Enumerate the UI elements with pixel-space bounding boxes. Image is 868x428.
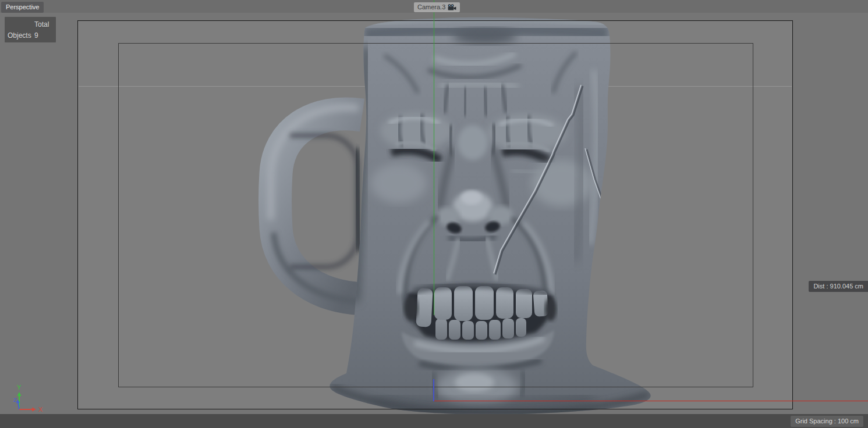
world-y-axis-line — [434, 0, 434, 315]
active-camera-label[interactable]: Camera.3 — [414, 2, 460, 12]
hud-objects-label: Objects — [8, 31, 34, 40]
viewport-bottom-strip — [0, 414, 868, 428]
gizmo-x-label: X — [38, 406, 43, 413]
gizmo-y-label: Y — [17, 384, 22, 391]
camera-distance-badge: Dist : 910.045 cm — [809, 281, 868, 292]
hud-object-stats: Total Objects 9 — [5, 17, 56, 42]
view-mode-label[interactable]: Perspective — [1, 2, 44, 13]
action-safe-frame — [118, 43, 753, 387]
world-x-axis-line — [434, 401, 868, 401]
grid-spacing-badge: Grid Spacing : 100 cm — [791, 416, 863, 427]
axis-gizmo: Y Z X — [9, 383, 49, 416]
world-z-axis-line — [433, 379, 434, 401]
movie-camera-icon — [448, 4, 456, 10]
gizmo-z-label: Z — [13, 397, 17, 403]
viewport-3d[interactable]: Perspective Total Objects 9 Camera.3 Dis… — [0, 0, 868, 428]
hud-objects-count: 9 — [34, 31, 53, 40]
camera-name: Camera.3 — [417, 3, 445, 11]
hud-total-header: Total — [34, 20, 53, 28]
